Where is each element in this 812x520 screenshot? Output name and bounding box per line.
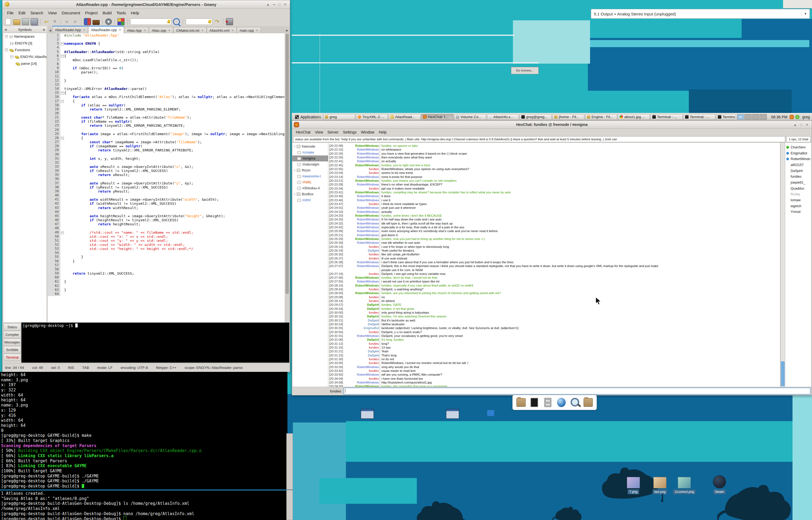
terminal-atlas-window[interactable]: 1 Atlases created."Saving Atlas 0 as:" "… (0, 490, 287, 520)
taskbar-button[interactable]: greg@greg... (520, 114, 552, 120)
updates-tray-icon[interactable] (795, 115, 800, 119)
dock-search-icon[interactable] (569, 397, 580, 408)
symbols-tree-item[interactable]: Functions (3, 47, 47, 53)
editor-tab-atlas-cpp[interactable]: Atlas.cpp✕ (149, 27, 173, 33)
user-fundies[interactable]: fundies (785, 174, 811, 180)
toolbar-search-icon[interactable] (173, 18, 180, 25)
dock-folder-icon[interactable] (516, 397, 526, 408)
tab-scroll-right-icon[interactable]: ▶ (42, 28, 47, 31)
applications-menu[interactable]: Applications (293, 114, 323, 120)
taskbar-button[interactable]: [home - Fil... (553, 114, 584, 120)
user-tomaw[interactable]: tomaw (785, 197, 811, 203)
fold-icon[interactable] (61, 42, 64, 45)
taskbar-button[interactable]: Terminal - ... (651, 114, 682, 120)
menu-server[interactable]: Server (325, 129, 341, 135)
fold-icon[interactable] (61, 92, 64, 95)
message-list[interactable]: [20:22:08]RobertWindowsfundies, no space… (328, 142, 780, 387)
expander-icon[interactable] (5, 35, 8, 38)
editor-tab-main-cpp[interactable]: main.cpp✕ (237, 27, 261, 33)
toolbar-forward-icon[interactable]: » (72, 19, 78, 25)
menu-project[interactable]: Project (83, 9, 100, 16)
message-tab-status[interactable]: Status (3, 323, 21, 331)
toolbar-close-icon[interactable]: ✕ (51, 19, 58, 25)
toolbar-search-input[interactable] (130, 19, 171, 25)
tab-close-icon[interactable]: ✕ (256, 29, 258, 32)
geany-titlebar[interactable]: AtlasReader.cpp - /home/greg/ownCloud/GA… (2, 0, 290, 9)
workspace-1[interactable] (737, 114, 744, 120)
menu-settings[interactable]: Settings (341, 129, 359, 135)
shade-icon[interactable]: ▲ (266, 2, 270, 6)
menu-search[interactable]: Search (28, 9, 46, 16)
desktop-dock[interactable] (512, 395, 597, 410)
user-wgetch[interactable]: wgetch (785, 203, 811, 209)
user-daspirit[interactable]: DaSpirit (785, 168, 811, 174)
editor-tab-cmakelists-txt[interactable]: CMakeLists.txt✕ (173, 27, 206, 33)
user-joepie91_[interactable]: joepie91_ (785, 180, 811, 185)
toolbar-build-icon[interactable] (92, 20, 100, 25)
topic-entry[interactable]: status are available from the bot. !help… (293, 136, 785, 142)
expander-icon[interactable]: ▽ (293, 169, 297, 172)
tab-symbols[interactable]: Symbols (8, 28, 42, 32)
clock[interactable]: 08:36 PM (771, 115, 787, 119)
message-tab-scribble[interactable]: Scribble (3, 346, 21, 354)
user-menu[interactable]: greg (802, 115, 810, 119)
user-rusky[interactable]: Rusky (785, 191, 811, 198)
toolbar-save-icon[interactable] (22, 18, 29, 25)
channel-ShindouA[interactable]: #Shindou-A (292, 185, 328, 191)
user-quadduc[interactable]: Quadduc (785, 185, 811, 191)
fold-icon[interactable] (61, 100, 64, 103)
menu-file[interactable]: File (5, 9, 16, 16)
toolbar-open-icon[interactable] (13, 20, 20, 25)
menu-window[interactable]: Window (359, 129, 376, 135)
desktop-icon-7-png[interactable]: 7.png (620, 477, 647, 494)
menu-edit[interactable]: Edit (16, 9, 28, 16)
geany-embedded-terminal[interactable]: [greg@greg-desktop ~]$ (21, 322, 289, 363)
menu-help[interactable]: Help (376, 129, 389, 135)
taskbar-button[interactable]: HexChat: f... (421, 114, 453, 120)
tab-scroll-right-icon[interactable]: ▶ (285, 27, 289, 33)
nick-button[interactable]: fundies (330, 389, 341, 393)
dock-archive-icon[interactable] (543, 397, 553, 408)
tab-scroll-left-icon[interactable]: ◀ (3, 28, 8, 31)
menu-view[interactable]: View (46, 9, 59, 16)
taskbar-button[interactable]: Engine - Fil... (585, 114, 617, 120)
close-icon[interactable]: ✕ (806, 123, 809, 127)
workspace-pager[interactable] (737, 114, 767, 120)
code-editor[interactable]: 1#include "AtlasReader.hpp"23namespace E… (48, 33, 289, 322)
channel-enigma[interactable]: #enigma (292, 155, 328, 161)
editor-tab-atlas-hpp[interactable]: Atlas.hpp✕ (124, 27, 148, 33)
workspace-4[interactable] (760, 114, 767, 120)
taskbar-button[interactable]: greg (323, 114, 355, 120)
toolbar-run-icon[interactable] (105, 19, 112, 25)
toolbar-saveall-icon[interactable] (31, 18, 38, 25)
fold-icon[interactable] (61, 137, 64, 140)
menu-build[interactable]: Build (100, 9, 114, 16)
dock-terminal-icon[interactable] (529, 397, 539, 408)
message-tab-messages[interactable]: Messages (3, 339, 21, 346)
symbols-tree-item[interactable]: { }ENGYN [3] (3, 40, 47, 47)
taskbar-button[interactable]: altost1.jpg ... (618, 114, 650, 120)
channel-naturalgm[interactable]: #naturalgm (292, 161, 328, 167)
user-enigmabot[interactable]: EnigmaBot (785, 150, 811, 156)
chat-scrollbar[interactable] (780, 142, 785, 387)
tab-close-icon[interactable]: ✕ (119, 28, 121, 32)
desktop-icon-steam[interactable]: Steam (706, 475, 733, 494)
expander-icon[interactable] (5, 49, 8, 51)
desktop-icon-last-png[interactable]: last.png (646, 477, 673, 494)
terminal-build-window[interactable]: height: 64name: 3.pngx: 197y: 322width: … (0, 372, 287, 489)
symbols-tree-item[interactable]: ENGYN::AtlasRe (3, 53, 47, 60)
channel-sfml[interactable]: #sfml (292, 197, 328, 203)
menu-document[interactable]: Document (59, 9, 83, 16)
taskbar-button[interactable]: Terminal - ... (683, 114, 716, 120)
channel-awesomet[interactable]: #awesome-t (292, 173, 328, 179)
chevron-down-icon[interactable]: ▼ (801, 12, 810, 16)
geany-sidebar-tabs[interactable]: ◀ Symbols ▶ (3, 26, 47, 33)
toolbar-compile-icon[interactable] (84, 18, 91, 25)
toolbar-goto-icon[interactable]: ↷ (214, 19, 220, 25)
taskbar-button[interactable]: AtlasRead... (389, 114, 421, 120)
minimize-icon[interactable]: ━ (273, 2, 275, 6)
network-BoxBox[interactable]: ▽BoxBox (292, 191, 328, 197)
channel-cmake[interactable]: #cmake (292, 150, 328, 155)
user-chanserv[interactable]: ChanServ (785, 145, 811, 150)
network-Rizon[interactable]: ▽Rizon (292, 167, 328, 173)
